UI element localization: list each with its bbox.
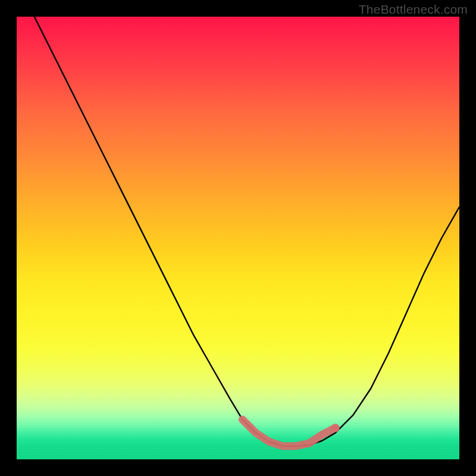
watermark-text: TheBottleneck.com xyxy=(359,2,468,17)
highlight-segment xyxy=(242,419,335,446)
plot-area xyxy=(17,17,459,459)
chart-frame: TheBottleneck.com xyxy=(0,0,476,476)
highlight-end-dot xyxy=(331,424,340,432)
bottleneck-curve xyxy=(35,17,459,446)
curve-layer xyxy=(17,17,459,459)
